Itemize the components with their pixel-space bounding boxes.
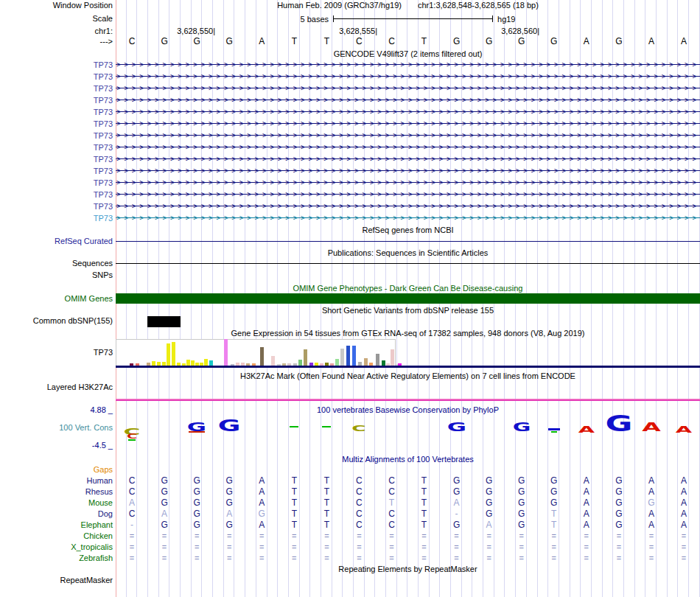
alignment-base: C bbox=[356, 487, 363, 497]
base-letter: A bbox=[681, 37, 687, 46]
species-label[interactable]: Rhesus bbox=[0, 487, 113, 497]
gtex-track-title[interactable]: Gene Expression in 54 tissues from GTEx … bbox=[116, 329, 700, 338]
base-letter: G bbox=[161, 37, 167, 46]
gencode-transcript[interactable]: >>>>>>>>>>>>>>>>>>>>>>>>>>>>>>>>>>>>>>>>… bbox=[116, 94, 700, 106]
h3k27ac-signal[interactable] bbox=[116, 399, 700, 401]
gencode-transcript[interactable]: >>>>>>>>>>>>>>>>>>>>>>>>>>>>>>>>>>>>>>>>… bbox=[116, 130, 700, 142]
gencode-transcript[interactable]: >>>>>>>>>>>>>>>>>>>>>>>>>>>>>>>>>>>>>>>>… bbox=[116, 212, 700, 224]
gencode-gene-label[interactable]: TP73 bbox=[0, 72, 113, 82]
strand-label[interactable]: ---> bbox=[0, 37, 113, 46]
h3k27ac-track-title[interactable]: H3K27Ac Mark (Often Found Near Active Re… bbox=[116, 371, 700, 381]
gencode-transcript[interactable]: >>>>>>>>>>>>>>>>>>>>>>>>>>>>>>>>>>>>>>>>… bbox=[116, 142, 700, 153]
alignment-base: G bbox=[550, 487, 557, 497]
omim-track-title[interactable]: OMIM Gene Phenotypes - Dark Green Can Be… bbox=[116, 284, 700, 293]
base-letter: A bbox=[584, 37, 589, 46]
gencode-gene-label[interactable]: TP73 bbox=[0, 60, 113, 70]
alignment-gap: = bbox=[519, 554, 523, 563]
gencode-gene-label[interactable]: TP73 bbox=[0, 155, 113, 164]
gaps-label[interactable]: Gaps bbox=[0, 465, 113, 475]
gencode-transcript[interactable]: >>>>>>>>>>>>>>>>>>>>>>>>>>>>>>>>>>>>>>>>… bbox=[116, 165, 700, 177]
base-letter: G bbox=[486, 37, 492, 46]
species-label[interactable]: X_tropicalis bbox=[0, 542, 113, 552]
species-label[interactable]: Elephant bbox=[0, 520, 113, 530]
alignment-gap: = bbox=[324, 531, 329, 541]
gencode-gene-label[interactable]: TP73 bbox=[0, 96, 113, 105]
publications-track-title[interactable]: Publications: Sequences in Scientific Ar… bbox=[116, 248, 700, 258]
vert-cons-label[interactable]: 100 Vert. Cons bbox=[0, 423, 113, 433]
sequences-label[interactable]: Sequences bbox=[0, 259, 113, 268]
alignment-gap: = bbox=[195, 542, 199, 552]
alignment-gap: = bbox=[195, 554, 199, 563]
gencode-gene-label[interactable]: TP73 bbox=[0, 202, 113, 212]
gtex-expression-chart[interactable] bbox=[116, 339, 396, 366]
species-label[interactable]: Zebrafish bbox=[0, 554, 113, 563]
alignment-base: G bbox=[486, 476, 492, 486]
alignment-base: G bbox=[193, 476, 200, 486]
alignment-gap: = bbox=[421, 531, 426, 541]
omim-gene-item[interactable] bbox=[116, 293, 700, 304]
refseq-curated-item[interactable] bbox=[116, 241, 700, 242]
alignment-base: G bbox=[518, 476, 525, 486]
species-label[interactable]: Human bbox=[0, 476, 113, 486]
gencode-transcript[interactable]: >>>>>>>>>>>>>>>>>>>>>>>>>>>>>>>>>>>>>>>>… bbox=[116, 177, 700, 189]
gencode-transcript[interactable]: >>>>>>>>>>>>>>>>>>>>>>>>>>>>>>>>>>>>>>>>… bbox=[116, 83, 700, 94]
dbsnp-variant-item[interactable] bbox=[147, 316, 181, 327]
species-label[interactable]: Dog bbox=[0, 509, 113, 519]
refseq-curated-label[interactable]: RefSeq Curated bbox=[0, 237, 113, 246]
species-label[interactable]: Mouse bbox=[0, 498, 113, 508]
gencode-transcript[interactable]: >>>>>>>>>>>>>>>>>>>>>>>>>>>>>>>>>>>>>>>>… bbox=[116, 153, 700, 165]
gencode-transcript[interactable]: >>>>>>>>>>>>>>>>>>>>>>>>>>>>>>>>>>>>>>>>… bbox=[116, 200, 700, 212]
gencode-track-title[interactable]: GENCODE V49lift37 (2 items filtered out) bbox=[116, 49, 700, 59]
multiz-track-title[interactable]: Multiz Alignments of 100 Vertebrates bbox=[116, 455, 700, 464]
alignment-gap: = bbox=[617, 542, 621, 552]
base-letter: C bbox=[356, 37, 363, 46]
alignment-base: C bbox=[356, 498, 363, 508]
base-letter: T bbox=[292, 37, 297, 46]
gtex-gene-label[interactable]: TP73 bbox=[0, 348, 113, 357]
gtex-tissue-bar bbox=[376, 354, 379, 366]
alignment-gap: = bbox=[162, 542, 167, 552]
alignment-base: G bbox=[615, 509, 622, 519]
alignment-base: T bbox=[421, 487, 427, 497]
chrom-label: chr1: bbox=[0, 27, 113, 36]
snps-label[interactable]: SNPs bbox=[0, 270, 113, 280]
gencode-gene-label[interactable]: TP73 bbox=[0, 143, 113, 153]
gencode-transcript[interactable]: >>>>>>>>>>>>>>>>>>>>>>>>>>>>>>>>>>>>>>>>… bbox=[116, 189, 700, 200]
strand-arrowheads: >>>>>>>>>>>>>>>>>>>>>>>>>>>>>>>>>>>>>>>>… bbox=[116, 177, 700, 189]
repeatmasker-track-title[interactable]: Repeating Elements by RepeatMasker bbox=[116, 565, 700, 574]
dbsnp-label[interactable]: Common dbSNP(155) bbox=[0, 316, 113, 326]
gencode-gene-label[interactable]: TP73 bbox=[0, 178, 113, 188]
gencode-transcript[interactable]: >>>>>>>>>>>>>>>>>>>>>>>>>>>>>>>>>>>>>>>>… bbox=[116, 106, 700, 118]
h3k27ac-label[interactable]: Layered H3K27Ac bbox=[0, 383, 113, 392]
gencode-gene-label[interactable]: TP73 bbox=[0, 167, 113, 176]
gencode-gene-label[interactable]: TP73 bbox=[0, 84, 113, 94]
dbsnp-track-title[interactable]: Short Genetic Variants from dbSNP releas… bbox=[116, 306, 700, 315]
gencode-gene-label[interactable]: TP73 bbox=[0, 190, 113, 200]
alignment-base: G bbox=[193, 498, 200, 508]
base-letter: T bbox=[421, 37, 427, 46]
alignment-base: A bbox=[486, 520, 492, 530]
sequences-item[interactable] bbox=[116, 263, 700, 264]
gencode-gene-label[interactable]: TP73 bbox=[0, 108, 113, 117]
gencode-gene-label[interactable]: TP73 bbox=[0, 131, 113, 141]
omim-genes-label[interactable]: OMIM Genes bbox=[0, 294, 113, 304]
alignment-base: A bbox=[259, 487, 265, 497]
gencode-transcript[interactable]: >>>>>>>>>>>>>>>>>>>>>>>>>>>>>>>>>>>>>>>>… bbox=[116, 59, 700, 71]
gencode-gene-label[interactable]: TP73 bbox=[0, 119, 113, 129]
repeatmasker-label[interactable]: RepeatMasker bbox=[0, 576, 113, 585]
alignment-base: G bbox=[161, 487, 167, 497]
gencode-gene-label[interactable]: TP73 bbox=[0, 214, 113, 223]
gtex-tissue-bar bbox=[260, 347, 264, 366]
alignment-base: T bbox=[324, 487, 329, 497]
species-label[interactable]: Chicken bbox=[0, 531, 113, 541]
gencode-transcript[interactable]: >>>>>>>>>>>>>>>>>>>>>>>>>>>>>>>>>>>>>>>>… bbox=[116, 71, 700, 83]
alignment-base: A bbox=[648, 520, 654, 530]
alignment-gap: = bbox=[292, 542, 296, 552]
gencode-transcript[interactable]: >>>>>>>>>>>>>>>>>>>>>>>>>>>>>>>>>>>>>>>>… bbox=[116, 118, 700, 130]
gtex-tissue-bar bbox=[352, 346, 356, 366]
alignment-base: A bbox=[584, 476, 589, 486]
alignment-base: C bbox=[388, 509, 395, 519]
refseq-track-title[interactable]: RefSeq genes from NCBI bbox=[116, 226, 700, 235]
phylop-max-label: 4.88 _ bbox=[0, 405, 113, 415]
alignment-gap: = bbox=[357, 554, 361, 563]
